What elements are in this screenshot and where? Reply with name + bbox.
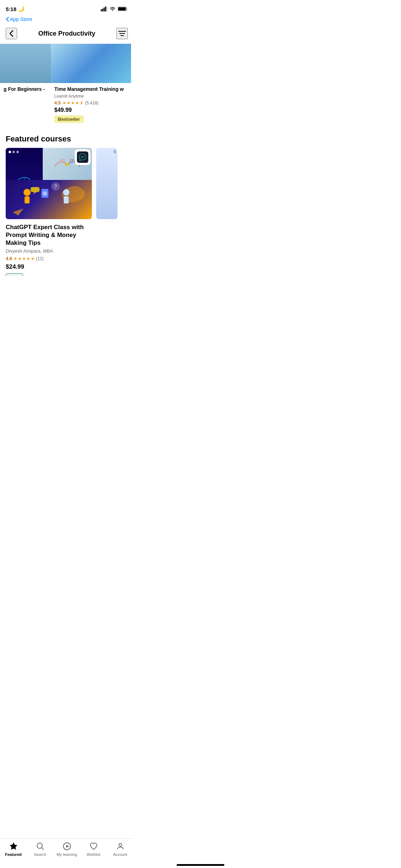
- list-item[interactable]: ? ChatGPT Expert Class with Prompt Writi…: [6, 148, 92, 276]
- dot-1: [9, 151, 11, 153]
- wifi-icon: [109, 6, 116, 11]
- card-title: g For Beginners -: [4, 86, 47, 92]
- signal-icon: [101, 6, 107, 11]
- app-store-label: App Store: [10, 16, 32, 22]
- svg-text:?: ?: [54, 184, 57, 189]
- stars: ★ ★ ★ ★ ⯨: [62, 100, 84, 105]
- back-button[interactable]: [6, 28, 17, 39]
- featured-rating-count: (12): [36, 256, 43, 261]
- featured-section: Featured courses: [0, 127, 134, 276]
- status-time: 5:18 🌙: [6, 6, 25, 12]
- star-1: ★: [62, 100, 66, 105]
- svg-rect-3: [105, 6, 106, 11]
- featured-card-rating: 4.6 ★ ★ ★ ★ ★ (12): [6, 256, 92, 261]
- dot-indicators: [9, 151, 19, 153]
- svg-point-17: [66, 163, 69, 166]
- card-rating: 4.5 ★ ★ ★ ★ ⯨ (5,418): [54, 100, 127, 105]
- rating-score: 4.5: [54, 100, 61, 105]
- svg-rect-1: [102, 9, 103, 11]
- featured-rating-score: 4.6: [6, 256, 12, 261]
- dot-3: [16, 151, 19, 153]
- star-3: ★: [71, 100, 75, 105]
- filter-button[interactable]: [116, 28, 128, 39]
- fstar-half: ★: [31, 256, 35, 261]
- chatgpt-logo: [75, 149, 90, 165]
- svg-rect-23: [31, 187, 40, 192]
- svg-point-19: [24, 189, 31, 196]
- page-title: Office Productivity: [38, 30, 95, 37]
- star-half: ⯨: [79, 100, 84, 105]
- card-image-left: [0, 44, 51, 83]
- battery-icon: [118, 6, 128, 11]
- new-badge: New: [6, 273, 23, 276]
- featured-section-title: Featured courses: [0, 127, 134, 148]
- featured-card-info: ChatGPT Expert Class with Prompt Writing…: [6, 219, 92, 276]
- list-item[interactable]: g For Beginners -: [0, 44, 51, 127]
- status-icons: [101, 6, 128, 11]
- svg-rect-20: [25, 196, 30, 203]
- star-4: ★: [75, 100, 79, 105]
- fstar-2: ★: [18, 256, 22, 261]
- featured-card-price: $24.99: [6, 263, 92, 270]
- app-store-bar[interactable]: App Store: [0, 16, 134, 25]
- featured-card-provider: Divyesh Amipara, MBA: [6, 248, 92, 254]
- card-provider: Learnit Anytime: [54, 94, 127, 99]
- status-bar: 5:18 🌙: [0, 0, 134, 16]
- list-item[interactable]: Time Management Training w Learnit Anyti…: [51, 44, 131, 127]
- svg-rect-2: [104, 7, 105, 11]
- course-thumbnail: ?: [6, 148, 92, 219]
- fstar-3: ★: [22, 256, 26, 261]
- fstar-4: ★: [26, 256, 30, 261]
- fstar-1: ★: [14, 256, 17, 261]
- svg-point-24: [63, 189, 69, 196]
- moon-icon: 🌙: [18, 6, 25, 12]
- featured-card-title: ChatGPT Expert Class with Prompt Writing…: [6, 223, 92, 247]
- app-store-back-button[interactable]: App Store: [6, 16, 32, 22]
- illustration-icon: ?: [6, 180, 92, 219]
- nav-header: Office Productivity: [0, 25, 134, 44]
- rating-count: (5,418): [85, 100, 99, 105]
- dot-2: [12, 151, 15, 153]
- featured-courses-list: ? ChatGPT Expert Class with Prompt Writi…: [0, 148, 134, 276]
- card-image-right: [51, 44, 131, 83]
- scroll-content: g For Beginners - Time Management Traini…: [0, 44, 134, 276]
- bestseller-badge: Bestseller: [54, 115, 84, 123]
- star-2: ★: [67, 100, 71, 105]
- card-price: $49.99: [54, 107, 127, 113]
- svg-rect-25: [64, 196, 69, 203]
- featured-cards-row: ? ChatGPT Expert Class with Prompt Writi…: [6, 148, 128, 276]
- svg-rect-4: [106, 7, 107, 11]
- svg-rect-6: [118, 7, 126, 10]
- card-title: Time Management Training w: [54, 86, 127, 92]
- top-cards-row: g For Beginners - Time Management Traini…: [0, 44, 134, 127]
- svg-rect-18: [77, 151, 88, 163]
- svg-rect-0: [101, 9, 102, 11]
- svg-point-22: [43, 191, 47, 196]
- partial-card: S: [96, 148, 118, 276]
- featured-stars: ★ ★ ★ ★ ★: [14, 256, 35, 261]
